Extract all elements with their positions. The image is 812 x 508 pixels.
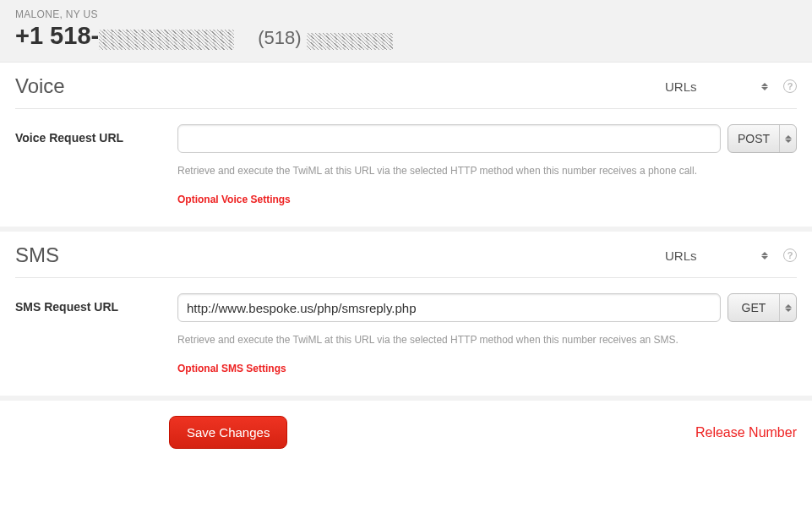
redacted-phone-primary bbox=[99, 30, 234, 50]
voice-section: Voice URLs ? Voice Request URL POST bbox=[0, 63, 812, 221]
sms-section-title: SMS bbox=[15, 243, 59, 267]
release-number-link[interactable]: Release Number bbox=[695, 425, 797, 440]
phone-primary-prefix: +1 518- bbox=[15, 22, 99, 49]
voice-request-url-input[interactable] bbox=[177, 124, 721, 153]
phone-secondary: (518) bbox=[258, 27, 392, 49]
sms-method-arrow bbox=[779, 294, 796, 321]
updown-icon bbox=[761, 252, 768, 259]
phone-row: +1 518- (518) bbox=[15, 22, 797, 50]
sms-request-url-help: Retrieve and execute the TwiML at this U… bbox=[177, 334, 797, 346]
help-icon[interactable]: ? bbox=[783, 249, 797, 262]
voice-request-url-help: Retrieve and execute the TwiML at this U… bbox=[177, 165, 797, 177]
sms-request-url-label: SMS Request URL bbox=[15, 293, 169, 314]
voice-optional-settings-link[interactable]: Optional Voice Settings bbox=[177, 194, 291, 205]
sms-header-right: URLs ? bbox=[657, 244, 797, 266]
help-icon[interactable]: ? bbox=[783, 79, 797, 93]
voice-request-url-label: Voice Request URL bbox=[15, 124, 169, 145]
voice-config-mode-label: URLs bbox=[665, 79, 697, 94]
sms-request-url-input[interactable] bbox=[177, 293, 721, 322]
voice-method-select[interactable]: POST bbox=[728, 124, 797, 153]
voice-config-mode-select[interactable]: URLs bbox=[657, 75, 775, 97]
phone-primary: +1 518- bbox=[15, 22, 234, 50]
voice-request-url-content: POST Retrieve and execute the TwiML at t… bbox=[177, 124, 797, 206]
voice-section-header: Voice URLs ? bbox=[15, 74, 797, 109]
save-changes-button[interactable]: Save Changes bbox=[169, 416, 287, 449]
number-header: MALONE, NY US +1 518- (518) bbox=[0, 0, 812, 63]
sms-request-url-input-group: GET bbox=[177, 293, 797, 322]
sms-request-url-row: SMS Request URL GET Retrieve and execute… bbox=[15, 293, 797, 375]
sms-method-select[interactable]: GET bbox=[728, 293, 797, 322]
voice-request-url-row: Voice Request URL POST Retrieve and exec… bbox=[15, 124, 797, 206]
footer-inner: Save Changes Release Number bbox=[169, 416, 797, 449]
sms-section-header: SMS URLs ? bbox=[15, 243, 797, 278]
updown-icon bbox=[761, 83, 768, 90]
voice-section-title: Voice bbox=[15, 74, 65, 98]
voice-request-url-input-group: POST bbox=[177, 124, 797, 153]
sms-request-url-content: GET Retrieve and execute the TwiML at th… bbox=[177, 293, 797, 375]
sms-config-mode-label: URLs bbox=[665, 249, 697, 263]
phone-secondary-prefix: (518) bbox=[258, 27, 301, 48]
sms-optional-settings-link[interactable]: Optional SMS Settings bbox=[177, 363, 286, 374]
voice-method-arrow bbox=[779, 125, 796, 152]
updown-icon bbox=[785, 135, 792, 143]
footer-section: Save Changes Release Number bbox=[0, 401, 812, 464]
sms-config-mode-select[interactable]: URLs bbox=[657, 244, 775, 266]
sms-section: SMS URLs ? SMS Request URL GET bbox=[0, 232, 812, 391]
sms-method-label: GET bbox=[728, 294, 779, 321]
redacted-phone-secondary bbox=[307, 33, 393, 50]
voice-header-right: URLs ? bbox=[657, 75, 797, 97]
location-label: MALONE, NY US bbox=[15, 8, 797, 20]
voice-method-label: POST bbox=[728, 125, 779, 152]
updown-icon bbox=[785, 304, 792, 312]
